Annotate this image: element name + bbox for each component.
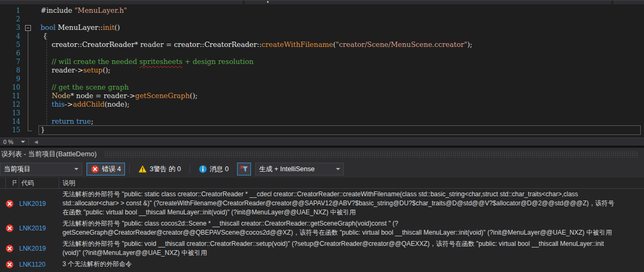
gutter-column [0,178,6,188]
code-line: 6 [0,49,644,58]
error-code-link[interactable]: LNK2019 [19,245,59,252]
code-text: #include "MenuLayer.h" [41,6,644,15]
code-text [41,109,644,117]
error-description: 无法解析的外部符号 "public: void __thiscall creat… [59,239,644,258]
line-number: 14 [0,117,21,126]
error-row[interactable]: LNK11203 个无法解析的外部命令 [0,259,644,270]
error-list-rows: LNK2019无法解析的外部符号 "public: static class c… [0,189,644,272]
scroll-left-arrow-icon[interactable]: ◀ [29,139,38,145]
line-number: 5 [0,41,21,49]
line-number: 9 [0,75,21,83]
errors-filter-button[interactable]: 错误 4 [87,163,125,175]
error-description: 无法解析的外部符号 "public: static class creator:… [59,190,644,217]
scope-dropdown[interactable]: 当前项目 [0,163,82,175]
line-number: 13 [0,109,21,117]
code-line: 5 creator::CreatorReader* reader = creat… [0,41,644,49]
fold-margin [21,23,41,32]
warnings-filter-label: 3警告 的 0 [150,165,180,174]
error-row[interactable]: LNK2019无法解析的外部符号 "public: void __thiscal… [0,238,644,259]
error-code-link[interactable]: LNK2019 [19,200,59,207]
fold-margin [21,109,41,117]
code-text: this->addChild(node); [41,100,644,109]
code-column-header[interactable]: 代码 [19,178,59,188]
fold-margin [21,117,41,126]
tab-divider [243,1,245,4]
code-line: 2 [0,15,644,23]
error-code-link[interactable]: LNK2019 [19,225,59,232]
warnings-filter-button[interactable]: 3警告 的 0 [134,163,185,175]
error-description-line: 无法解析的外部符号 "public: static class creator:… [62,190,644,199]
fold-margin [21,92,41,100]
line-number: 3 [0,23,21,32]
error-description: 3 个无法解析的外部命令 [59,260,644,269]
error-row[interactable]: LNK2019无法解析的外部符号 "public: class cocos2d:… [0,218,644,238]
code-text: creator::CreatorReader* reader = creator… [41,41,644,49]
divider [129,164,130,174]
code-line: 8 reader->setup(); [0,66,644,75]
divider [190,164,190,174]
titlebar-drag-handle[interactable] [104,151,639,157]
code-lines[interactable]: 1#include "MenuLayer.h"23bool MenuLayer:… [0,4,644,138]
zoom-selector[interactable]: 0 % [0,138,28,146]
messages-filter-label: 消息 0 [210,165,229,174]
line-number: 10 [0,83,21,92]
code-text: { [41,32,644,41]
error-description-line: getSceneGraph@CreatorReader@creator@@QBE… [62,228,644,237]
filter-button[interactable] [237,163,251,175]
code-text [41,75,644,83]
tab-divider [611,1,613,4]
error-list-toolbar: 当前项目 错误 4 3警告 的 0 消息 0 生成 + IntelliSense [0,161,644,178]
error-icon [5,199,19,208]
error-description-line: 无法解析的外部符号 "public: void __thiscall creat… [62,239,644,249]
code-line: 12 this->addChild(node); [0,100,644,109]
error-row[interactable]: LNK2019无法解析的外部符号 "public: static class c… [0,189,644,218]
code-editor[interactable]: 1#include "MenuLayer.h"23bool MenuLayer:… [0,4,644,138]
fold-margin [21,6,41,15]
indent-guide [46,33,47,126]
fold-toggle-icon[interactable]: − [25,25,31,31]
error-description-line: 在函数 "public: virtual bool __thiscall Men… [62,208,644,217]
chevron-down-icon [336,168,340,170]
code-line: 9 [0,75,644,83]
horizontal-scrollbar[interactable]: ◀ [29,138,644,146]
severity-column-header[interactable] [6,178,19,188]
editor-bottom-bar: 0 % ◀ [0,138,644,146]
zoom-level-label: 0 % [3,139,13,145]
error-icon [91,165,99,173]
error-icon [5,224,19,233]
error-icon [5,260,19,269]
line-number: 12 [0,100,21,109]
code-line: 14 return true; [0,117,644,126]
current-line-highlight [38,125,641,135]
fold-margin [21,126,41,134]
code-line: 3bool MenuLayer::init() [0,23,644,32]
code-line: 4 { [0,32,644,41]
fold-margin [21,58,41,66]
scope-dropdown-value: 当前项目 [4,165,30,174]
build-intellisense-dropdown[interactable]: 生成 + IntelliSense [255,163,344,175]
messages-filter-button[interactable]: 消息 0 [194,163,233,175]
error-list-titlebar[interactable]: 误列表 - 当前项目(BattleDemo) [0,148,644,161]
error-list-title: 误列表 - 当前项目(BattleDemo) [0,149,97,159]
fold-margin [21,100,41,109]
fold-guide-line [28,31,28,131]
fold-margin [21,66,41,75]
line-number: 11 [0,92,21,100]
error-code-link[interactable]: LNK1120 [19,261,59,268]
code-text: // get the scene graph [41,83,644,92]
fold-margin [21,83,41,92]
fold-margin [21,75,41,83]
filter-funnel-icon [240,165,248,173]
code-line: 13 [0,109,644,117]
fold-guide-corner [28,131,32,131]
fold-margin [21,32,41,41]
code-text: bool MenuLayer::init() [41,23,644,32]
code-line: 10 // get the scene graph [0,83,644,92]
description-column-header[interactable]: 说明 [59,179,644,188]
line-number: 1 [0,6,21,15]
error-icon [5,244,19,253]
line-number: 15 [0,126,21,134]
errors-filter-label: 错误 4 [102,165,121,174]
code-text: return true; [41,117,644,126]
chevron-down-icon [21,141,25,143]
